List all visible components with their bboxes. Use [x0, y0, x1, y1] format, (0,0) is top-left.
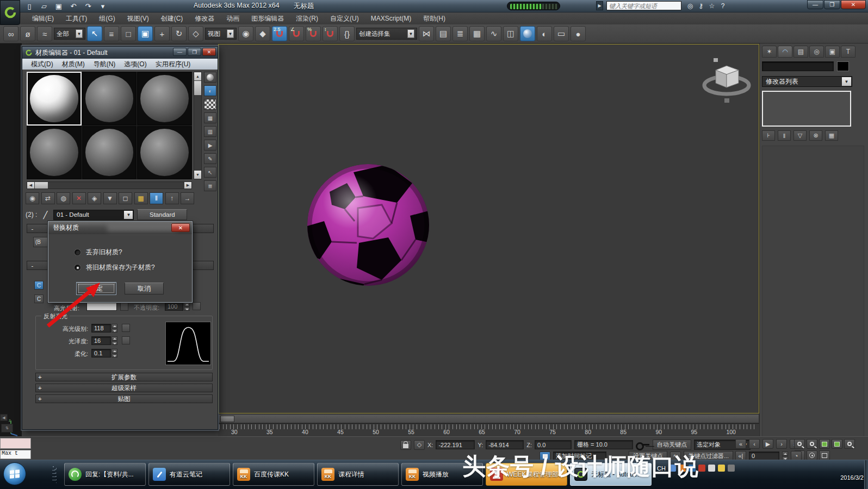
param-map-button[interactable] — [122, 336, 130, 344]
hierarchy-tab[interactable]: ▤ — [793, 46, 808, 58]
angle-snap-toggle-icon[interactable]: ∠ — [289, 26, 304, 41]
specular-color-swatch[interactable] — [86, 303, 117, 311]
discard-old-material-option[interactable]: 丢弃旧材质? — [75, 248, 122, 257]
open-file-icon[interactable]: ▱ — [39, 2, 49, 11]
sample-slot-1[interactable] — [27, 72, 82, 126]
rendered-frame-window-icon[interactable]: ▭ — [554, 26, 569, 41]
percent-snap-toggle-icon[interactable]: % — [306, 26, 321, 41]
motion-tab[interactable]: ◎ — [809, 46, 824, 58]
named-selection-dropdown[interactable]: 创建选择集▼ — [356, 28, 417, 40]
modifier-stack-list[interactable] — [762, 91, 851, 127]
material-id-channel-icon[interactable]: ◻ — [119, 192, 132, 204]
make-unique-icon[interactable]: ▽ — [793, 130, 807, 141]
scroll-up-arrow[interactable]: ▲ — [194, 72, 201, 80]
param-spinner[interactable] — [111, 324, 117, 333]
tray-update-icon[interactable] — [718, 465, 725, 472]
mat-editor-menu-0[interactable]: 模式(D) — [27, 59, 58, 70]
make-preview-icon[interactable]: ▶ — [204, 140, 216, 151]
reference-coordinate-dropdown[interactable]: 视图▼ — [205, 28, 237, 40]
param-map-button[interactable] — [122, 324, 130, 332]
taskbar-item-2[interactable]: KK百度传课KK — [233, 463, 314, 486]
use-pivot-point-center-icon[interactable]: ◉ — [238, 26, 253, 41]
menu-item-7[interactable]: 图形编辑器 — [245, 12, 290, 25]
current-frame-field[interactable]: 0 — [749, 452, 779, 461]
mirror-icon[interactable]: ⋈ — [419, 26, 434, 41]
sample-slot-2[interactable] — [82, 72, 137, 126]
background-checker-icon[interactable] — [204, 99, 216, 110]
sample-type-sphere-icon[interactable] — [204, 72, 216, 83]
close-button[interactable]: ✕ — [202, 48, 216, 56]
make-material-copy-icon[interactable]: ◈ — [88, 192, 101, 204]
pin-stack-icon[interactable]: ⊦ — [762, 130, 775, 141]
slots-vertical-scrollbar[interactable]: ▲ ▼ — [194, 72, 202, 179]
rollout-2[interactable]: +贴图 — [35, 394, 213, 403]
show-map-in-viewport-icon[interactable]: ▦ — [134, 192, 148, 204]
material-editor-options-icon[interactable]: ✎ — [204, 153, 216, 164]
slots-horizontal-scrollbar[interactable]: ◀ ▶ — [27, 181, 192, 189]
sample-slot-4[interactable] — [27, 126, 82, 180]
curve-editor-icon[interactable]: ∿ — [486, 26, 501, 41]
sample-slot-6[interactable] — [137, 126, 192, 180]
auto-key-button[interactable]: 自动关键点 — [653, 440, 691, 450]
window-crossing-toggle-icon[interactable]: ▣ — [138, 26, 153, 41]
taskbar-item-5[interactable]: WEEK课程管理部... — [486, 463, 567, 486]
menu-item-3[interactable]: 视图(V) — [121, 12, 155, 25]
configure-modifier-sets-icon[interactable]: ▦ — [825, 130, 838, 141]
selection-lock-toggle[interactable] — [400, 440, 411, 450]
radio-button[interactable] — [75, 265, 80, 271]
show-end-result-icon[interactable]: ‖ — [150, 192, 163, 204]
menu-item-0[interactable]: 编辑(E) — [26, 12, 60, 25]
assign-material-to-selection-icon[interactable]: ◍ — [57, 192, 70, 204]
toolbar-options-icon[interactable]: ▾ — [97, 2, 108, 11]
menu-item-1[interactable]: 工具(T) — [60, 12, 93, 25]
ambient-diffuse-lock-button[interactable]: C — [34, 281, 44, 290]
maximize-button[interactable]: ❒ — [188, 48, 201, 56]
diffuse-specular-lock-button[interactable]: C — [34, 294, 44, 303]
bind-to-space-warp-icon[interactable]: ≈ — [37, 26, 52, 41]
taskbar-item-4[interactable]: KK视频播放 — [401, 463, 483, 486]
previous-frame-button[interactable]: ‹ — [749, 439, 760, 449]
communication-center-icon[interactable]: ◎ — [685, 1, 696, 10]
param-value-field[interactable]: 118 — [91, 324, 111, 333]
material-type-button[interactable]: Standard — [137, 209, 187, 220]
radio-button[interactable] — [75, 249, 80, 255]
taskbar-item-0[interactable]: 回复:【资料/共... — [64, 463, 146, 486]
start-button[interactable] — [3, 462, 26, 485]
new-file-icon[interactable]: ▯ — [24, 2, 35, 11]
minimize-button[interactable]: — — [173, 48, 187, 56]
search-input[interactable] — [606, 1, 681, 10]
opacity-spinner[interactable] — [184, 302, 190, 311]
show-end-result-stack-icon[interactable]: ‖ — [778, 130, 791, 141]
show-desktop-button[interactable] — [864, 460, 868, 489]
rollout-0[interactable]: +扩展参数 — [35, 373, 213, 381]
minimize-window-button[interactable]: — — [807, 0, 823, 9]
select-and-scale-icon[interactable]: ◇ — [188, 26, 203, 41]
menu-item-8[interactable]: 渲染(R) — [290, 12, 324, 25]
menu-item-9[interactable]: 自定义(U) — [324, 12, 365, 25]
material-map-navigator-icon[interactable]: ≣ — [204, 180, 216, 191]
snap-toggle-25-icon[interactable]: 2.5 — [272, 26, 287, 41]
remove-modifier-icon[interactable]: ⊗ — [809, 130, 822, 141]
go-to-parent-icon[interactable]: ↑ — [165, 192, 179, 204]
rollout-1[interactable]: +超级采样 — [35, 384, 213, 392]
pick-material-eyedropper[interactable]: ╱ — [40, 210, 50, 220]
redo-icon[interactable]: ↷ — [83, 2, 94, 11]
select-and-move-icon[interactable]: + — [154, 26, 170, 41]
tray-network-icon[interactable] — [669, 465, 676, 472]
mat-editor-menu-2[interactable]: 导航(N) — [89, 59, 120, 70]
align-icon[interactable]: ▤ — [436, 26, 451, 41]
param-spinner[interactable] — [111, 349, 117, 358]
ok-button[interactable]: 确定 — [77, 283, 116, 294]
put-to-library-icon[interactable]: ▼ — [103, 192, 117, 204]
menu-item-11[interactable]: 帮助(H) — [417, 12, 451, 25]
save-file-icon[interactable]: ▣ — [53, 2, 64, 11]
absolute-offset-toggle[interactable]: ◇ — [414, 440, 425, 450]
infocenter-arrow[interactable]: ▶ — [596, 1, 603, 10]
scroll-left-button[interactable]: ◀ — [0, 414, 8, 421]
sample-uv-tiling-icon[interactable]: ▦ — [204, 112, 216, 123]
scroll-left-arrow[interactable]: ◀ — [27, 182, 34, 189]
maximize-viewport-toggle-button[interactable] — [819, 450, 830, 460]
scroll-right-arrow[interactable]: ▶ — [184, 182, 191, 189]
tray-volume-icon[interactable] — [698, 465, 705, 472]
modify-tab[interactable]: ◠ — [778, 46, 792, 58]
